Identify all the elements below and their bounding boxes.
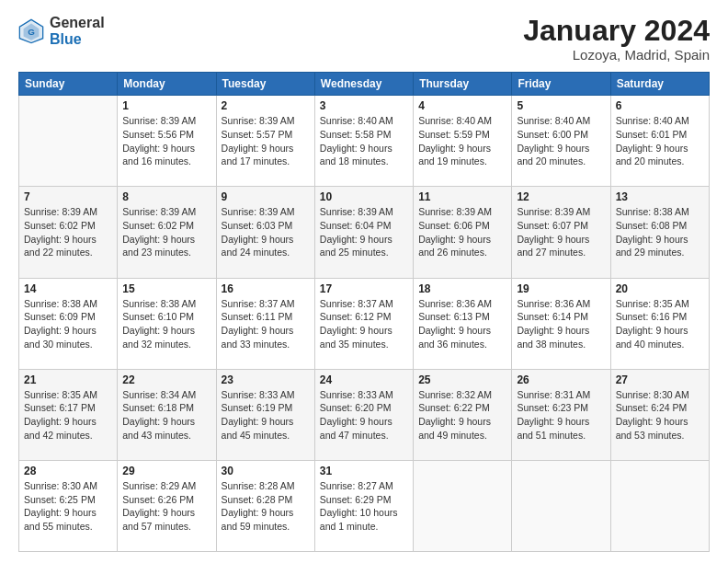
calendar-cell: 13Sunrise: 8:38 AMSunset: 6:08 PMDayligh… xyxy=(610,187,709,278)
day-number: 30 xyxy=(222,465,310,477)
day-header-monday: Monday xyxy=(118,73,216,96)
day-info-line: and 27 minutes. xyxy=(517,246,605,259)
day-info-line: Sunrise: 8:27 AM xyxy=(320,479,408,493)
day-info-line: and 18 minutes. xyxy=(320,155,408,168)
day-info-line: Sunset: 5:56 PM xyxy=(122,128,210,142)
day-info-line: Sunset: 6:26 PM xyxy=(122,493,210,507)
day-info-line: Daylight: 9 hours xyxy=(122,324,210,338)
day-header-sunday: Sunday xyxy=(19,73,118,96)
day-info-line: and 25 minutes. xyxy=(320,246,408,259)
day-info-line: Daylight: 9 hours xyxy=(122,142,210,155)
day-number: 16 xyxy=(222,282,310,295)
day-info-line: and 26 minutes. xyxy=(418,246,506,259)
calendar-cell: 6Sunrise: 8:40 AMSunset: 6:01 PMDaylight… xyxy=(610,96,709,187)
day-number: 5 xyxy=(517,99,605,112)
day-info-line: and 1 minute. xyxy=(320,520,408,534)
header: G General Blue January 2024 Lozoya, Madr… xyxy=(18,15,710,63)
day-info-line: Sunset: 6:10 PM xyxy=(122,310,210,324)
day-info-line: Sunrise: 8:37 AM xyxy=(222,297,310,311)
day-info-line: Daylight: 9 hours xyxy=(320,233,408,247)
calendar-cell: 16Sunrise: 8:37 AMSunset: 6:11 PMDayligh… xyxy=(216,278,314,369)
day-info-line: Sunrise: 8:29 AM xyxy=(122,479,210,493)
day-info-line: Daylight: 9 hours xyxy=(616,142,704,155)
calendar-cell: 15Sunrise: 8:38 AMSunset: 6:10 PMDayligh… xyxy=(118,278,216,369)
day-info-line: Sunrise: 8:35 AM xyxy=(616,297,704,311)
day-info-line: Daylight: 9 hours xyxy=(517,324,605,338)
day-number: 11 xyxy=(418,190,506,203)
day-info-line: and 23 minutes. xyxy=(122,246,210,259)
day-info-line: and 53 minutes. xyxy=(616,429,704,442)
day-number: 6 xyxy=(616,99,704,112)
day-number: 24 xyxy=(320,373,408,386)
calendar-week-1: 1Sunrise: 8:39 AMSunset: 5:56 PMDaylight… xyxy=(19,96,710,187)
day-header-friday: Friday xyxy=(512,73,610,96)
day-info-line: Sunrise: 8:39 AM xyxy=(122,205,210,219)
day-info-line: Sunset: 6:20 PM xyxy=(320,401,408,415)
day-info-line: Sunset: 6:16 PM xyxy=(616,310,704,324)
day-info-line: Sunrise: 8:31 AM xyxy=(517,388,605,402)
day-number: 22 xyxy=(122,373,210,386)
day-info-line: and 17 minutes. xyxy=(222,155,310,168)
logo: G General Blue xyxy=(18,15,105,47)
svg-text:G: G xyxy=(28,26,35,36)
day-info-line: Sunset: 6:00 PM xyxy=(517,128,605,142)
calendar-cell: 7Sunrise: 8:39 AMSunset: 6:02 PMDaylight… xyxy=(19,187,118,278)
calendar-cell: 10Sunrise: 8:39 AMSunset: 6:04 PMDayligh… xyxy=(314,187,413,278)
calendar-cell: 21Sunrise: 8:35 AMSunset: 6:17 PMDayligh… xyxy=(19,369,118,460)
day-info-line: Daylight: 9 hours xyxy=(222,324,310,338)
day-info-line: Sunset: 6:04 PM xyxy=(320,219,408,233)
title-area: January 2024 Lozoya, Madrid, Spain xyxy=(523,15,710,63)
calendar-cell: 20Sunrise: 8:35 AMSunset: 6:16 PMDayligh… xyxy=(610,278,709,369)
logo-general: General xyxy=(50,15,105,31)
day-info-line: Daylight: 9 hours xyxy=(517,415,605,429)
calendar-cell: 27Sunrise: 8:30 AMSunset: 6:24 PMDayligh… xyxy=(610,369,709,460)
day-number: 2 xyxy=(222,99,310,112)
day-number: 10 xyxy=(320,190,408,203)
day-number: 20 xyxy=(616,282,704,295)
day-info-line: Sunset: 6:24 PM xyxy=(616,401,704,415)
day-info-line: Sunrise: 8:39 AM xyxy=(24,205,112,219)
day-info-line: Sunrise: 8:39 AM xyxy=(418,205,506,219)
day-info-line: Daylight: 9 hours xyxy=(24,233,112,247)
day-info-line: and 36 minutes. xyxy=(418,338,506,351)
day-header-thursday: Thursday xyxy=(414,73,512,96)
calendar-cell: 26Sunrise: 8:31 AMSunset: 6:23 PMDayligh… xyxy=(512,369,610,460)
day-number: 1 xyxy=(122,99,210,112)
day-number: 25 xyxy=(418,373,506,386)
calendar-cell: 18Sunrise: 8:36 AMSunset: 6:13 PMDayligh… xyxy=(414,278,512,369)
day-info-line: and 55 minutes. xyxy=(24,520,112,534)
day-number: 9 xyxy=(222,190,310,203)
day-info-line: Daylight: 9 hours xyxy=(24,415,112,429)
day-info-line: Daylight: 9 hours xyxy=(122,415,210,429)
day-number: 12 xyxy=(517,190,605,203)
day-info-line: Sunrise: 8:38 AM xyxy=(616,205,704,219)
day-info-line: Daylight: 9 hours xyxy=(320,415,408,429)
day-info-line: Sunrise: 8:40 AM xyxy=(418,114,506,128)
day-number: 19 xyxy=(517,282,605,295)
day-info-line: Sunrise: 8:37 AM xyxy=(320,297,408,311)
day-info-line: Sunrise: 8:39 AM xyxy=(517,205,605,219)
day-info-line: Sunset: 5:58 PM xyxy=(320,128,408,142)
day-info-line: and 20 minutes. xyxy=(517,155,605,168)
day-info-line: Daylight: 9 hours xyxy=(222,506,310,520)
day-info-line: Daylight: 9 hours xyxy=(418,324,506,338)
day-info-line: Daylight: 9 hours xyxy=(122,233,210,247)
calendar-cell: 2Sunrise: 8:39 AMSunset: 5:57 PMDaylight… xyxy=(216,96,314,187)
day-info-line: and 32 minutes. xyxy=(122,338,210,351)
day-info-line: Sunrise: 8:34 AM xyxy=(122,388,210,402)
calendar-week-3: 14Sunrise: 8:38 AMSunset: 6:09 PMDayligh… xyxy=(19,278,710,369)
calendar-cell: 25Sunrise: 8:32 AMSunset: 6:22 PMDayligh… xyxy=(414,369,512,460)
day-info-line: and 30 minutes. xyxy=(24,338,112,351)
day-info-line: Sunrise: 8:36 AM xyxy=(517,297,605,311)
day-info-line: Sunset: 6:09 PM xyxy=(24,310,112,324)
day-info-line: Sunset: 6:18 PM xyxy=(122,401,210,415)
day-info-line: and 51 minutes. xyxy=(517,429,605,442)
day-info-line: Sunset: 6:12 PM xyxy=(320,310,408,324)
day-info-line: Sunrise: 8:30 AM xyxy=(24,479,112,493)
day-header-tuesday: Tuesday xyxy=(216,73,314,96)
calendar-cell: 11Sunrise: 8:39 AMSunset: 6:06 PMDayligh… xyxy=(414,187,512,278)
calendar-cell: 29Sunrise: 8:29 AMSunset: 6:26 PMDayligh… xyxy=(118,460,216,551)
calendar-cell xyxy=(19,96,118,187)
day-info-line: Sunset: 6:23 PM xyxy=(517,401,605,415)
calendar-cell: 28Sunrise: 8:30 AMSunset: 6:25 PMDayligh… xyxy=(19,460,118,551)
